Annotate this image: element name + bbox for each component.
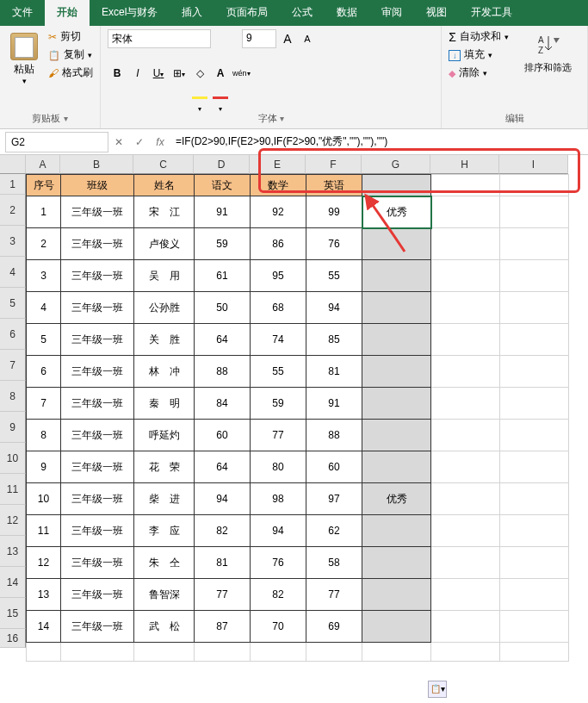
- cell[interactable]: 柴 进: [134, 483, 195, 515]
- font-size-select[interactable]: 9: [242, 29, 276, 48]
- cell[interactable]: [431, 451, 500, 483]
- cell[interactable]: [362, 420, 431, 451]
- cut-button[interactable]: 剪切: [48, 29, 93, 44]
- cell[interactable]: 58: [306, 547, 362, 579]
- cell[interactable]: 6: [27, 356, 61, 388]
- cell[interactable]: 50: [195, 292, 251, 324]
- cell-grid[interactable]: 序号班级姓名语文数学英语1三年级一班宋 江919299优秀2三年级一班卢俊义59…: [26, 174, 569, 662]
- cell[interactable]: [362, 292, 431, 324]
- cell[interactable]: [362, 388, 431, 420]
- cell[interactable]: [431, 196, 500, 228]
- col-header-E[interactable]: E: [250, 155, 306, 174]
- underline-button[interactable]: U▾: [149, 64, 168, 83]
- cell[interactable]: [500, 611, 569, 643]
- cell[interactable]: [431, 228, 500, 260]
- cell[interactable]: 88: [306, 420, 362, 451]
- cell[interactable]: [431, 547, 500, 579]
- cell[interactable]: 4: [27, 292, 61, 324]
- cell[interactable]: 序号: [27, 175, 61, 196]
- cell[interactable]: [27, 643, 61, 662]
- font-name-select[interactable]: 宋体: [108, 29, 211, 48]
- cell[interactable]: 三年级一班: [61, 547, 134, 579]
- row-header[interactable]: 1: [0, 174, 26, 195]
- cell[interactable]: 班级: [61, 175, 134, 196]
- cell[interactable]: [500, 547, 569, 579]
- cell[interactable]: 11: [27, 515, 61, 547]
- cell[interactable]: [500, 643, 569, 662]
- phonetic-button[interactable]: wén▾: [232, 64, 251, 83]
- col-header-G[interactable]: G: [362, 155, 430, 174]
- cell[interactable]: [500, 175, 569, 196]
- row-header[interactable]: 9: [0, 412, 26, 443]
- row-header[interactable]: 3: [0, 226, 26, 257]
- cell[interactable]: 秦 明: [134, 388, 195, 420]
- cell[interactable]: 三年级一班: [61, 356, 134, 388]
- cell[interactable]: 64: [195, 451, 251, 483]
- cell[interactable]: 3: [27, 260, 61, 292]
- copy-button[interactable]: 复制 ▾: [48, 47, 93, 62]
- row-header[interactable]: 13: [0, 536, 26, 567]
- cell[interactable]: 鲁智深: [134, 579, 195, 611]
- autosum-button[interactable]: 自动求和 ▾: [449, 29, 509, 44]
- cell[interactable]: 81: [306, 356, 362, 388]
- cell[interactable]: 59: [195, 228, 251, 260]
- cell[interactable]: 公孙胜: [134, 292, 195, 324]
- cell[interactable]: [195, 643, 251, 662]
- cell[interactable]: 94: [195, 483, 251, 515]
- cell[interactable]: 9: [27, 451, 61, 483]
- cell[interactable]: 82: [251, 579, 306, 611]
- tab-home[interactable]: 开始: [45, 0, 90, 26]
- cell[interactable]: 55: [306, 260, 362, 292]
- cell[interactable]: 三年级一班: [61, 292, 134, 324]
- cell[interactable]: 三年级一班: [61, 420, 134, 451]
- border-button[interactable]: ⊞▾: [170, 64, 189, 83]
- shrink-font-button[interactable]: A: [299, 29, 316, 48]
- cancel-formula-button[interactable]: ✕: [108, 136, 129, 148]
- cell[interactable]: [61, 643, 134, 662]
- cell[interactable]: 70: [251, 611, 306, 643]
- cell[interactable]: [362, 579, 431, 611]
- cell[interactable]: 三年级一班: [61, 388, 134, 420]
- cell[interactable]: 卢俊义: [134, 228, 195, 260]
- cell[interactable]: 13: [27, 579, 61, 611]
- clipboard-launcher[interactable]: ▾: [64, 114, 68, 123]
- cell[interactable]: [431, 292, 500, 324]
- cell[interactable]: [362, 324, 431, 356]
- cell[interactable]: 74: [251, 324, 306, 356]
- cell[interactable]: 91: [195, 196, 251, 228]
- cell[interactable]: 武 松: [134, 611, 195, 643]
- row-header[interactable]: 6: [0, 319, 26, 350]
- cell[interactable]: 宋 江: [134, 196, 195, 228]
- cell[interactable]: 97: [306, 483, 362, 515]
- chevron-down-icon[interactable]: ▾: [22, 77, 27, 85]
- cell[interactable]: [362, 515, 431, 547]
- cell[interactable]: [500, 292, 569, 324]
- cell[interactable]: [431, 260, 500, 292]
- cell[interactable]: [134, 643, 195, 662]
- clear-button[interactable]: 清除 ▾: [449, 65, 509, 80]
- tab-developer[interactable]: 开发工具: [459, 0, 524, 26]
- italic-button[interactable]: I: [128, 64, 147, 83]
- cell[interactable]: 77: [306, 579, 362, 611]
- cell[interactable]: 82: [195, 515, 251, 547]
- cell[interactable]: [431, 643, 500, 662]
- cell[interactable]: 2: [27, 228, 61, 260]
- cell[interactable]: 84: [195, 388, 251, 420]
- cell[interactable]: 80: [251, 451, 306, 483]
- cell[interactable]: [306, 643, 362, 662]
- tab-view[interactable]: 视图: [414, 0, 459, 26]
- tab-page-layout[interactable]: 页面布局: [214, 0, 280, 26]
- cell[interactable]: [500, 515, 569, 547]
- cell[interactable]: [431, 420, 500, 451]
- cell[interactable]: [431, 356, 500, 388]
- cell[interactable]: 61: [195, 260, 251, 292]
- col-header-I[interactable]: I: [499, 155, 568, 174]
- cell[interactable]: 62: [306, 515, 362, 547]
- cell[interactable]: 60: [195, 420, 251, 451]
- cell[interactable]: 76: [251, 547, 306, 579]
- cell[interactable]: 69: [306, 611, 362, 643]
- cell[interactable]: 三年级一班: [61, 324, 134, 356]
- paste-button[interactable]: 粘贴 ▾: [7, 29, 41, 89]
- cell[interactable]: 优秀: [362, 196, 431, 228]
- tab-file[interactable]: 文件: [0, 0, 45, 26]
